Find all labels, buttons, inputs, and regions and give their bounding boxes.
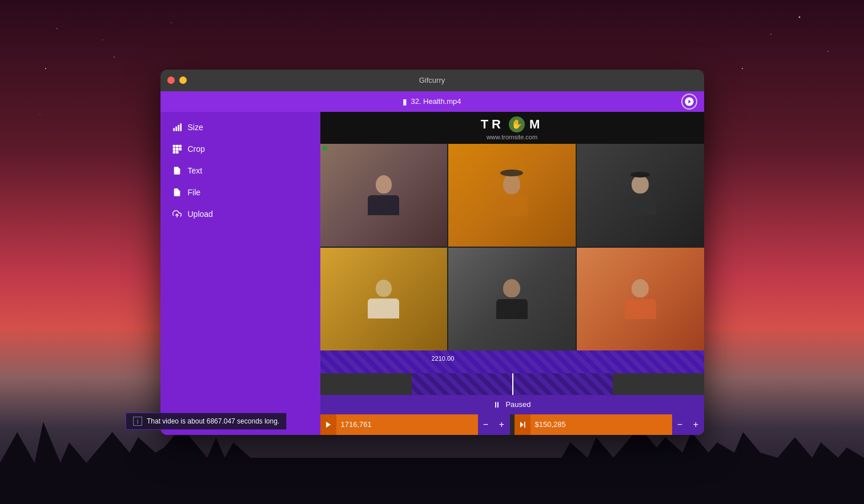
video-cell-6: [577, 248, 704, 350]
start-icon: [320, 414, 336, 435]
file-label: File: [188, 188, 201, 197]
start-plus-button[interactable]: +: [494, 414, 510, 435]
main-content: Size Crop Text: [160, 112, 704, 435]
scrubber-selected: [412, 373, 613, 395]
svg-rect-1: [175, 126, 177, 131]
controls-bar: ⏸ Paused: [320, 395, 704, 414]
svg-rect-3: [180, 123, 182, 131]
sidebar: Size Crop Text: [160, 112, 320, 435]
timeline-top[interactable]: 2210.00: [320, 350, 704, 373]
sidebar-item-text[interactable]: Text: [160, 160, 320, 182]
svg-rect-5: [176, 144, 179, 147]
trom-url: www.tromsite.com: [487, 134, 537, 140]
rec-indicator: [323, 146, 327, 151]
start-control: 1716,761 − +: [320, 414, 510, 435]
sidebar-item-file[interactable]: File: [160, 182, 320, 203]
end-minus-button[interactable]: −: [672, 414, 688, 435]
person-4: [320, 248, 448, 350]
end-value: $150,285: [531, 420, 672, 429]
window-title: Gifcurry: [419, 76, 445, 84]
status-message: i That video is about 6867.047 seconds l…: [126, 413, 287, 430]
upload-icon: [172, 209, 182, 219]
start-minus-button[interactable]: −: [478, 414, 494, 435]
minimize-button[interactable]: [179, 76, 187, 84]
title-bar: Gifcurry: [160, 70, 704, 91]
person-6: [577, 248, 704, 350]
video-area: TR ✋ M www.tromsite.com: [320, 112, 704, 435]
person-5: [448, 248, 576, 350]
timeline-scrubber[interactable]: [320, 373, 704, 395]
svg-marker-15: [325, 421, 330, 428]
video-grid: [320, 144, 704, 350]
text-label: Text: [188, 166, 203, 175]
video-cell-1: [320, 144, 448, 247]
trom-header: TR ✋ M www.tromsite.com: [320, 112, 704, 144]
video-cell-3: [577, 144, 704, 247]
svg-rect-10: [172, 151, 175, 154]
size-label: Size: [188, 123, 203, 132]
svg-rect-0: [173, 128, 175, 131]
size-icon: [172, 122, 182, 132]
start-value: 1716,761: [336, 420, 478, 429]
timeline-marker: 2210.00: [432, 355, 455, 362]
svg-rect-4: [172, 144, 175, 147]
header-bar: ▮ 32. Health.mp4: [160, 91, 704, 112]
pause-icon: ⏸: [493, 400, 501, 409]
file-icon: ▮: [403, 97, 407, 106]
app-window: Gifcurry ▮ 32. Health.mp4 Size: [160, 70, 704, 435]
trom-text-right: M: [529, 117, 543, 132]
video-cell-2: [448, 144, 576, 247]
svg-rect-8: [176, 148, 179, 151]
timeline-track: [320, 350, 704, 373]
paused-label: Paused: [505, 400, 531, 409]
trom-text-left: TR: [481, 117, 504, 132]
traffic-lights: [167, 76, 199, 84]
sidebar-item-upload[interactable]: Upload: [160, 203, 320, 225]
status-text: That video is about 6867.047 seconds lon…: [147, 417, 279, 425]
video-cell-5: [448, 248, 576, 350]
close-button[interactable]: [167, 76, 175, 84]
person-3: [577, 144, 704, 247]
svg-rect-6: [179, 144, 182, 147]
sidebar-item-size[interactable]: Size: [160, 116, 320, 138]
scrubber-left: [320, 373, 412, 395]
end-control: $150,285 − +: [515, 414, 704, 435]
crop-label: Crop: [188, 144, 205, 154]
svg-rect-11: [176, 151, 179, 154]
file-nav-icon: [172, 187, 182, 197]
trom-hand-icon: ✋: [509, 116, 525, 132]
person-2: [448, 144, 576, 247]
playhead: [512, 373, 513, 395]
scrubber-right: [613, 373, 704, 395]
info-icon: i: [133, 417, 142, 426]
app-logo[interactable]: [681, 94, 697, 110]
svg-marker-17: [520, 421, 523, 428]
timeline-area: 2210.00 ⏸ Paused: [320, 350, 704, 435]
crop-icon: [172, 144, 182, 154]
upload-label: Upload: [188, 209, 213, 219]
trom-logo: TR ✋ M: [481, 116, 544, 132]
time-controls: 1716,761 − + $150,285: [320, 414, 704, 435]
svg-rect-2: [178, 125, 179, 131]
end-plus-button[interactable]: +: [688, 414, 704, 435]
header-filename: 32. Health.mp4: [411, 97, 461, 106]
svg-rect-16: [524, 421, 525, 428]
sidebar-item-crop[interactable]: Crop: [160, 138, 320, 160]
person-1: [320, 144, 448, 247]
end-icon: [515, 414, 531, 435]
svg-rect-9: [179, 148, 182, 151]
text-icon: [172, 166, 182, 176]
svg-rect-7: [172, 148, 175, 151]
video-preview: TR ✋ M www.tromsite.com: [320, 112, 704, 350]
video-cell-4: [320, 248, 448, 350]
